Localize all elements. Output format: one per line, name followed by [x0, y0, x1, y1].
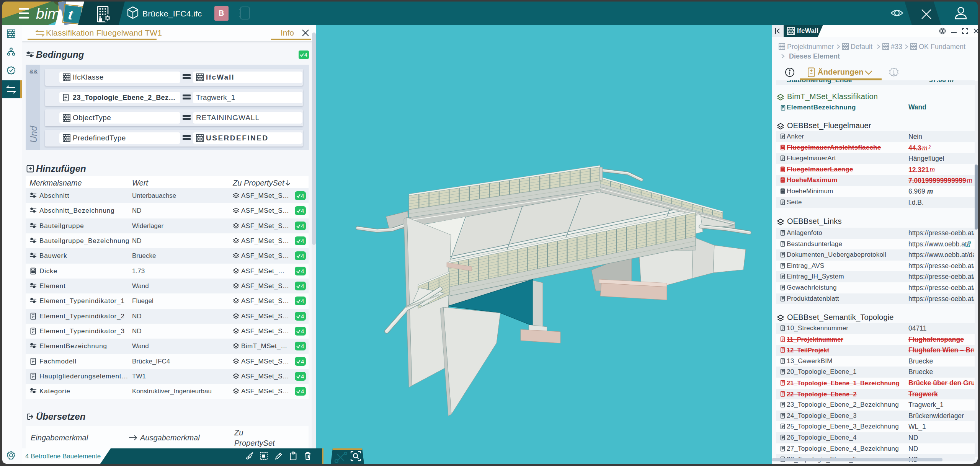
svg-text:4: 4	[301, 298, 304, 304]
svg-text:4: 4	[301, 388, 304, 394]
svg-text:4: 4	[301, 343, 304, 349]
svg-text:4: 4	[301, 358, 304, 365]
svg-text:4: 4	[301, 223, 304, 229]
svg-text:4: 4	[301, 207, 304, 214]
svg-text:4: 4	[301, 313, 304, 319]
svg-text:4: 4	[301, 253, 304, 259]
svg-text:4: 4	[301, 373, 304, 380]
svg-text:4: 4	[304, 52, 307, 58]
svg-text:4: 4	[301, 283, 304, 289]
svg-text:4: 4	[301, 192, 304, 199]
svg-text:4: 4	[301, 328, 304, 334]
svg-text:4: 4	[301, 238, 304, 244]
svg-text:4: 4	[301, 268, 304, 274]
svg-text:bim: bim	[36, 5, 60, 22]
